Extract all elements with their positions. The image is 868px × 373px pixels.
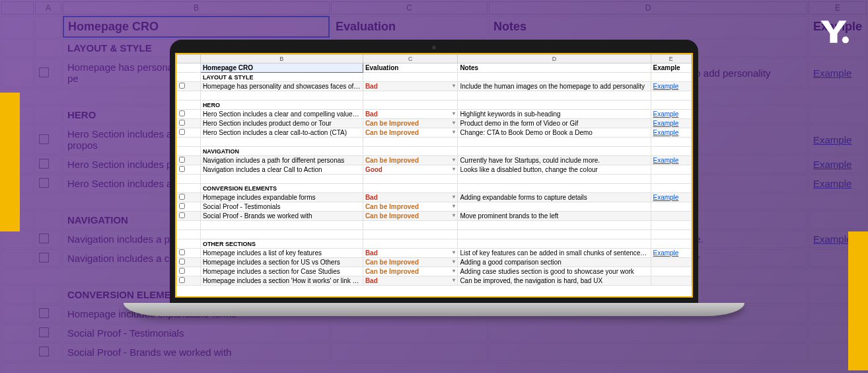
row-checkbox[interactable] <box>179 277 185 283</box>
evaluation-dropdown[interactable]: Can be Improved <box>363 202 458 212</box>
row-checkbox[interactable] <box>179 212 185 218</box>
cell[interactable]: Adding case studies section is good to s… <box>458 267 651 276</box>
row-checkbox[interactable] <box>179 259 185 265</box>
row-checkbox[interactable] <box>179 83 185 89</box>
cell[interactable]: Hero Section includes product demo or To… <box>200 119 363 128</box>
example-link[interactable]: Example <box>651 249 692 258</box>
evaluation-dropdown[interactable]: Can be Improved <box>363 128 458 138</box>
section-header[interactable]: OTHER SECTIONS <box>200 239 363 249</box>
row-checkbox[interactable] <box>179 166 185 172</box>
cell[interactable] <box>458 202 651 212</box>
row-checkbox[interactable] <box>179 268 185 274</box>
cell[interactable]: Example <box>651 63 692 73</box>
row-checkbox[interactable] <box>179 129 185 135</box>
camera-icon <box>432 46 436 50</box>
laptop-mockup: B C D E Homepage CRO Evaluation Notes Ex… <box>170 40 698 316</box>
evaluation-dropdown[interactable]: Bad <box>363 110 458 119</box>
cell[interactable]: Looks like a disabled button, change the… <box>458 165 651 175</box>
example-link[interactable]: Example <box>651 128 692 138</box>
column-header[interactable]: E <box>651 55 692 63</box>
section-header[interactable]: LAYOUT & STYLE <box>200 73 363 82</box>
row-checkbox[interactable] <box>179 203 185 209</box>
evaluation-dropdown[interactable]: Can be Improved <box>363 156 458 165</box>
cell[interactable]: Adding expandable forms to capture detai… <box>458 193 651 202</box>
yellow-accent-right <box>848 231 868 370</box>
cell[interactable]: Homepage includes a list of key features <box>200 249 363 258</box>
yellow-accent-left <box>0 93 20 231</box>
cell[interactable]: Product demo in the form of Video or Gif <box>458 119 651 128</box>
evaluation-dropdown[interactable]: Can be Improved <box>363 258 458 267</box>
evaluation-dropdown[interactable]: Can be Improved <box>363 267 458 276</box>
row-checkbox[interactable] <box>179 249 185 255</box>
cell[interactable]: Highlight keywords in sub-heading <box>458 110 651 119</box>
cell[interactable]: Navigation includes a path for different… <box>200 156 363 165</box>
cell[interactable]: Evaluation <box>363 63 458 73</box>
cell[interactable]: Change: CTA to Book Demo or Book a Demo <box>458 128 651 138</box>
svg-point-0 <box>842 36 849 43</box>
row-checkbox[interactable] <box>179 110 185 116</box>
cell[interactable]: Hero Section includes a clear and compel… <box>200 110 363 119</box>
cell[interactable]: Homepage includes a section 'How it work… <box>200 276 363 286</box>
spreadsheet-view[interactable]: B C D E Homepage CRO Evaluation Notes Ex… <box>175 53 693 298</box>
cell[interactable]: Homepage includes a section for US vs Ot… <box>200 258 363 267</box>
column-header[interactable]: C <box>363 55 458 63</box>
example-link[interactable]: Example <box>651 156 692 165</box>
evaluation-dropdown[interactable]: Can be Improved <box>363 212 458 221</box>
cell[interactable]: Adding a good comparison section <box>458 258 651 267</box>
section-header[interactable]: NAVIGATION <box>200 147 363 156</box>
evaluation-dropdown[interactable]: Good <box>363 165 458 175</box>
cell[interactable]: Hero Section includes a clear call-to-ac… <box>200 128 363 138</box>
example-link[interactable]: Example <box>651 82 692 91</box>
cell[interactable]: Homepage includes a section for Case Stu… <box>200 267 363 276</box>
evaluation-dropdown[interactable]: Bad <box>363 276 458 286</box>
evaluation-dropdown[interactable]: Bad <box>363 249 458 258</box>
row-checkbox[interactable] <box>179 120 185 126</box>
cell[interactable]: Homepage includes expandable forms <box>200 193 363 202</box>
evaluation-dropdown[interactable]: Can be Improved <box>363 119 458 128</box>
column-header[interactable]: B <box>200 55 363 63</box>
cell[interactable]: Navigation includes a clear Call to Acti… <box>200 165 363 175</box>
evaluation-dropdown[interactable]: Bad <box>363 193 458 202</box>
brand-logo <box>815 13 852 50</box>
cell[interactable]: Notes <box>458 63 651 73</box>
section-header[interactable]: CONVERSION ELEMENTS <box>200 184 363 193</box>
cell[interactable]: Social Proof - Testimonials <box>200 202 363 212</box>
example-link[interactable]: Example <box>651 193 692 202</box>
row-checkbox[interactable] <box>179 194 185 200</box>
row-checkbox[interactable] <box>179 157 185 163</box>
section-header[interactable]: HERO <box>200 101 363 110</box>
cell[interactable]: Include the human images on the homepage… <box>458 82 651 91</box>
cell[interactable]: Move prominent brands to the left <box>458 212 651 221</box>
laptop-base <box>124 303 744 316</box>
example-link[interactable]: Example <box>651 119 692 128</box>
cell[interactable]: List of key features can be added in sma… <box>458 249 651 258</box>
evaluation-dropdown[interactable]: Bad <box>363 82 458 91</box>
cell[interactable]: Can be improved, the navigation is hard,… <box>458 276 651 286</box>
example-link[interactable]: Example <box>651 110 692 119</box>
cell-selected[interactable]: Homepage CRO <box>200 63 363 73</box>
cell[interactable]: Homepage has personality and showcases f… <box>200 82 363 91</box>
cell[interactable]: Social Proof - Brands we worked with <box>200 212 363 221</box>
column-header[interactable]: D <box>458 55 651 63</box>
cell[interactable]: Currently have for Startups, could inclu… <box>458 156 651 165</box>
